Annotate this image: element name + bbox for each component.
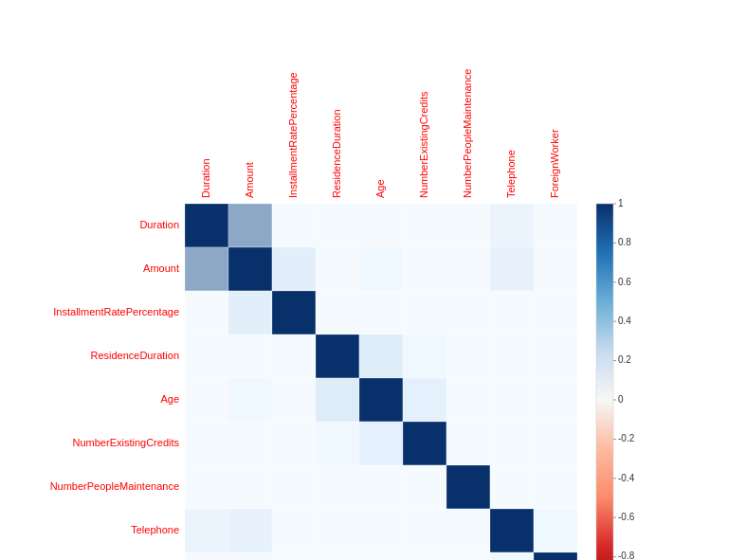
chart-container xyxy=(0,0,746,560)
heatmap-canvas xyxy=(0,0,746,560)
